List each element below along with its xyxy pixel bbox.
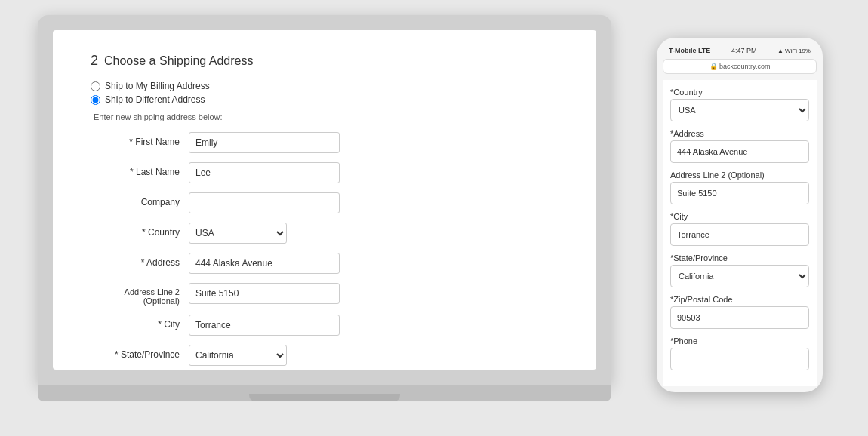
mobile-form-content: *Country USA Canada UK *Address Address …	[663, 80, 817, 386]
m-label-city: *City	[670, 212, 809, 221]
mobile-device: T-Mobile LTE 4:47 PM ▲ WiFi 19% 🔒 backco…	[657, 38, 823, 392]
radio-billing[interactable]	[91, 81, 100, 91]
select-country[interactable]: USA Canada UK	[189, 223, 287, 244]
m-input-zip[interactable]	[670, 306, 809, 329]
label-city: City	[91, 315, 189, 330]
m-label-phone: *Phone	[670, 336, 809, 345]
radio-billing-label[interactable]: Ship to My Billing Address	[91, 81, 559, 91]
label-company: Company	[91, 192, 189, 207]
mobile-carrier: T-Mobile LTE	[669, 47, 710, 54]
form-row-state: State/Province California New York Texas	[91, 345, 559, 366]
form-row-city: City	[91, 315, 559, 336]
m-input-address2[interactable]	[670, 182, 809, 204]
m-label-address2: Address Line 2 (Optional)	[670, 170, 809, 180]
m-input-phone[interactable]	[670, 348, 809, 370]
input-last-name[interactable]	[189, 162, 340, 183]
input-address[interactable]	[189, 253, 340, 274]
radio-different-label[interactable]: Ship to Different Address	[91, 94, 559, 105]
scene: 2 Choose a Shipping Address Ship to My B…	[0, 0, 868, 436]
page-title-area: 2 Choose a Shipping Address	[91, 53, 559, 69]
battery-icon: 19%	[799, 48, 811, 54]
mobile-status-bar: T-Mobile LTE 4:47 PM ▲ WiFi 19%	[663, 45, 817, 59]
m-label-address: *Address	[670, 129, 809, 138]
label-country: Country	[91, 223, 189, 238]
form-row-country: Country USA Canada UK	[91, 223, 559, 244]
input-address2[interactable]	[189, 283, 340, 304]
wifi-icon: WiFi	[785, 48, 797, 54]
m-label-zip: *Zip/Postal Code	[670, 295, 809, 304]
shipping-radio-group: Ship to My Billing Address Ship to Diffe…	[91, 81, 559, 105]
m-input-address[interactable]	[670, 140, 809, 163]
m-label-country: *Country	[670, 88, 809, 97]
label-address2: Address Line 2(Optional)	[91, 283, 189, 306]
laptop-screen-housing: 2 Choose a Shipping Address Ship to My B…	[38, 15, 611, 385]
signal-icon: ▲	[777, 48, 783, 54]
step-number: 2	[91, 53, 98, 69]
laptop-screen: 2 Choose a Shipping Address Ship to My B…	[53, 30, 596, 370]
label-state: State/Province	[91, 345, 189, 360]
radio-billing-text: Ship to My Billing Address	[105, 81, 210, 91]
mobile-time: 4:47 PM	[731, 47, 757, 54]
input-company[interactable]	[189, 192, 340, 213]
form-row-company: Company	[91, 192, 559, 213]
laptop-foot	[249, 394, 400, 401]
form-row-address: Address	[91, 253, 559, 274]
instruction-text: Enter new shipping address below:	[94, 112, 559, 121]
m-label-state: *State/Province	[670, 253, 809, 263]
select-state[interactable]: California New York Texas	[189, 345, 287, 366]
label-address: Address	[91, 253, 189, 268]
mobile-url: backcountry.com	[719, 63, 770, 70]
laptop-base	[38, 385, 611, 401]
radio-different-text: Ship to Different Address	[105, 94, 205, 105]
laptop-device: 2 Choose a Shipping Address Ship to My B…	[38, 15, 611, 415]
mobile-icons: ▲ WiFi 19%	[777, 48, 811, 54]
m-select-country[interactable]: USA Canada UK	[670, 99, 809, 121]
form-row-address2: Address Line 2(Optional)	[91, 283, 559, 306]
mobile-url-bar[interactable]: 🔒 backcountry.com	[663, 59, 817, 74]
input-first-name[interactable]	[189, 132, 340, 153]
label-last-name: Last Name	[91, 162, 189, 177]
page-title: Choose a Shipping Address	[104, 54, 253, 68]
label-first-name: First Name	[91, 132, 189, 147]
lock-icon: 🔒	[709, 63, 720, 70]
input-city[interactable]	[189, 315, 340, 336]
form-row-last-name: Last Name	[91, 162, 559, 183]
form-row-first-name: First Name	[91, 132, 559, 153]
radio-different[interactable]	[91, 95, 100, 105]
m-select-state[interactable]: California New York Texas	[670, 265, 809, 287]
m-input-city[interactable]	[670, 223, 809, 246]
